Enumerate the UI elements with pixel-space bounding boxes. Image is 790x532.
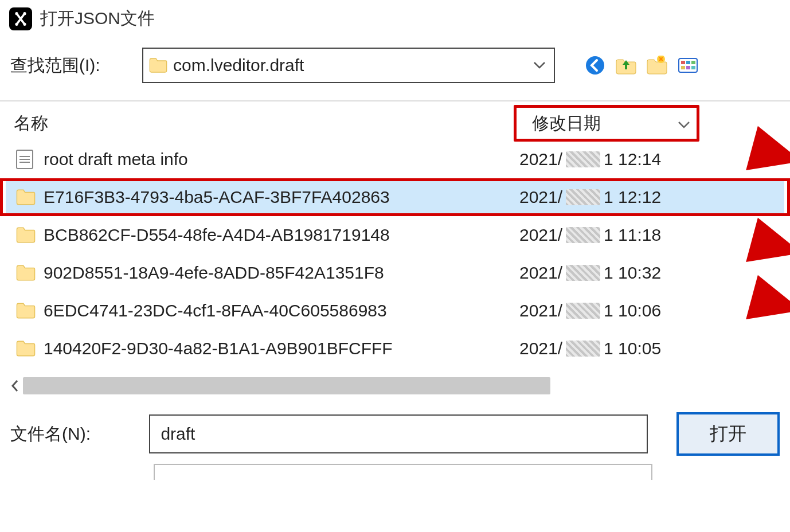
view-mode-button[interactable] [676, 54, 699, 77]
filetype-combo[interactable] [154, 464, 652, 480]
date-prefix: 2021/ [519, 150, 562, 169]
folder-icon [16, 340, 44, 357]
svg-rect-12 [691, 66, 695, 69]
file-row[interactable]: 6EDC4741-23DC-4cf1-8FAA-40C6055869832021… [6, 292, 784, 330]
folder-icon [149, 56, 167, 75]
document-icon [16, 150, 44, 169]
svg-rect-6 [679, 58, 697, 72]
file-date: 2021/1 12:14 [519, 150, 726, 169]
date-suffix: 1 10:32 [604, 263, 661, 283]
titlebar: 打开JSON文件 [0, 0, 790, 42]
svg-point-3 [23, 22, 26, 25]
path-text: com.lveditor.draft [173, 56, 525, 75]
date-redacted [566, 303, 600, 319]
date-redacted [566, 265, 600, 281]
file-date: 2021/1 10:05 [519, 339, 726, 358]
svg-point-0 [15, 12, 18, 15]
file-name: E716F3B3-4793-4ba5-ACAF-3BF7FA402863 [44, 187, 519, 207]
date-redacted [566, 189, 600, 205]
scroll-thumb[interactable] [23, 377, 550, 394]
date-redacted [566, 341, 600, 357]
file-name: 140420F2-9D30-4a82-B1A1-A9B901BFCFFF [44, 339, 519, 358]
file-date: 2021/1 12:12 [519, 187, 726, 207]
date-prefix: 2021/ [519, 187, 562, 207]
file-date: 2021/1 11:18 [519, 225, 726, 245]
folder-icon [16, 226, 44, 244]
svg-point-4 [586, 56, 604, 75]
filename-row: 文件名(N): draft 打开 [0, 397, 790, 461]
file-row[interactable]: 140420F2-9D30-4a82-B1A1-A9B901BFCFFF2021… [6, 330, 784, 367]
app-icon [9, 7, 32, 30]
chevron-down-icon [678, 114, 690, 133]
filename-value: draft [161, 424, 195, 444]
svg-rect-8 [686, 61, 690, 64]
file-row[interactable]: BCB862CF-D554-48fe-A4D4-AB19817191482021… [6, 216, 784, 254]
nav-buttons [584, 54, 699, 77]
back-button[interactable] [584, 54, 607, 77]
date-redacted [566, 151, 600, 167]
file-row[interactable]: E716F3B3-4793-4ba5-ACAF-3BF7FA4028632021… [6, 178, 784, 216]
up-folder-button[interactable] [615, 54, 638, 77]
svg-rect-7 [681, 61, 685, 64]
file-name: BCB862CF-D554-48fe-A4D4-AB1981719148 [44, 225, 519, 245]
scroll-left-icon[interactable] [7, 375, 23, 396]
column-date-label: 修改日期 [532, 112, 601, 135]
file-name: root draft meta info [44, 150, 519, 169]
svg-rect-11 [686, 66, 690, 69]
svg-rect-10 [681, 66, 685, 69]
file-list: 名称 修改日期 root draft meta info2021/1 12:14… [0, 106, 790, 397]
file-row[interactable]: root draft meta info2021/1 12:14 [6, 140, 784, 178]
svg-point-2 [15, 22, 18, 25]
new-folder-button[interactable] [646, 54, 668, 77]
svg-rect-9 [691, 61, 695, 64]
open-button[interactable]: 打开 [676, 412, 780, 456]
svg-point-1 [23, 12, 26, 15]
file-name: 6EDC4741-23DC-4cf1-8FAA-40C605586983 [44, 301, 519, 320]
folder-icon [16, 189, 44, 206]
path-combo[interactable]: com.lveditor.draft [142, 48, 555, 83]
filename-input[interactable]: draft [149, 414, 648, 453]
horizontal-scrollbar[interactable] [6, 374, 784, 397]
date-redacted [566, 227, 600, 243]
filetype-row [0, 461, 790, 480]
file-name: 902D8551-18A9-4efe-8ADD-85F42A1351F8 [44, 263, 519, 283]
column-date-header[interactable]: 修改日期 [516, 108, 699, 139]
date-prefix: 2021/ [519, 263, 562, 283]
column-headers: 名称 修改日期 [6, 106, 784, 140]
date-prefix: 2021/ [519, 339, 562, 358]
chevron-down-icon[interactable] [531, 61, 548, 70]
filename-label: 文件名(N): [10, 423, 126, 446]
lookup-label: 查找范围(I): [10, 54, 125, 77]
date-suffix: 1 12:12 [604, 187, 661, 207]
date-suffix: 1 12:14 [604, 150, 661, 169]
lookup-row: 查找范围(I): com.lveditor.draft [0, 42, 790, 100]
date-suffix: 1 10:05 [604, 339, 661, 358]
date-suffix: 1 11:18 [604, 225, 661, 245]
file-date: 2021/1 10:06 [519, 301, 726, 320]
date-suffix: 1 10:06 [604, 301, 661, 320]
folder-icon [16, 302, 44, 319]
column-name-header[interactable]: 名称 [6, 112, 516, 135]
file-row[interactable]: 902D8551-18A9-4efe-8ADD-85F42A1351F82021… [6, 254, 784, 292]
file-date: 2021/1 10:32 [519, 263, 726, 283]
folder-icon [16, 264, 44, 281]
date-prefix: 2021/ [519, 225, 562, 245]
date-prefix: 2021/ [519, 301, 562, 320]
divider [0, 100, 790, 101]
window-title: 打开JSON文件 [40, 7, 155, 30]
